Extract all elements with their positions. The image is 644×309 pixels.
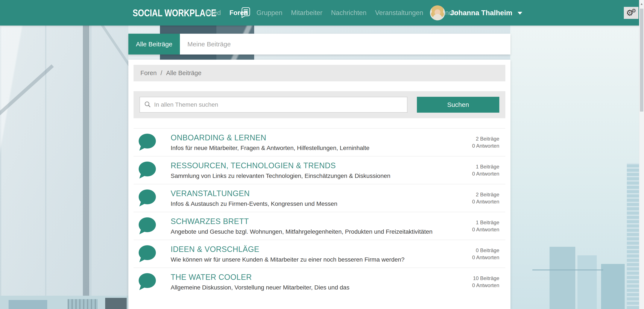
forum-row[interactable]: SCHWARZES BRETT Angebote und Gesuche bzg… (134, 212, 505, 240)
answers-count: 0 Antworten (472, 226, 499, 233)
settings-button[interactable]: ⚙⚙ (624, 7, 638, 19)
posts-count: 1 Beiträge (472, 219, 499, 226)
forum-row[interactable]: THE WATER COOLER Allgemeine Diskussion, … (134, 268, 505, 296)
forum-counts: 1 Beiträge 0 Antworten (472, 163, 505, 177)
posts-count: 10 Beiträge (472, 275, 499, 282)
search-input[interactable] (154, 101, 403, 108)
forum-text: ONBOARDING & LERNEN Infos für neue Mitar… (171, 133, 370, 152)
forum-list: ONBOARDING & LERNEN Infos für neue Mitar… (134, 128, 505, 296)
bg-glass-facade (0, 26, 128, 309)
bg-building (68, 299, 98, 309)
bg-building (105, 298, 127, 309)
answers-count: 0 Antworten (472, 198, 499, 205)
forum-row[interactable]: IDEEN & VORSCHLÄGE Wie können wir für un… (134, 240, 505, 268)
answers-count: 0 Antworten (472, 170, 499, 177)
nav-item-mitarbeiter[interactable]: Mitarbeiter (291, 9, 322, 17)
speech-bubble-icon (138, 161, 156, 179)
breadcrumb-separator: / (160, 70, 162, 76)
forum-title-link[interactable]: VERANSTALTUNGEN (171, 189, 338, 198)
tab-bar: Alle Beiträge Meine Beiträge (128, 34, 510, 54)
tab-alle-beitraege[interactable]: Alle Beiträge (128, 34, 180, 54)
nav-item-feed[interactable]: Feed (206, 9, 221, 17)
breadcrumb-current: Alle Beiträge (166, 70, 201, 76)
forum-description: Wie können wir für unsere Kunden & Mitar… (171, 256, 404, 263)
nav-item-foren[interactable]: Foren (230, 9, 248, 17)
nav-item-nachrichten[interactable]: Nachrichten (331, 9, 366, 17)
scroll-up-icon[interactable]: ▲ (639, 0, 644, 7)
forum-counts: 2 Beiträge 0 Antworten (472, 191, 505, 205)
user-name: Johanna Thalheim (450, 9, 512, 17)
app-logo-text: SOCIAL WORKPLACE (133, 7, 216, 19)
forum-text: VERANSTALTUNGEN Infos & Austausch zu Fir… (171, 189, 338, 207)
nav-item-veranstaltungen[interactable]: Veranstaltungen (375, 9, 423, 17)
forum-text: SCHWARZES BRETT Angebote und Gesuche bzg… (171, 217, 432, 235)
user-menu[interactable]: Johanna Thalheim (430, 0, 522, 26)
forum-description: Infos für neue Mitarbeiter, Fragen & Ant… (171, 145, 370, 152)
breadcrumb: Foren / Alle Beiträge (134, 65, 505, 81)
posts-count: 1 Beiträge (472, 163, 499, 170)
posts-count: 2 Beiträge (472, 135, 499, 142)
speech-bubble-icon (138, 273, 156, 290)
answers-count: 0 Antworten (472, 282, 499, 289)
forum-text: THE WATER COOLER Allgemeine Diskussion, … (171, 273, 350, 291)
posts-count: 2 Beiträge (472, 191, 499, 198)
forum-description: Infos & Austausch zu Firmen-Events, Kong… (171, 200, 338, 207)
bg-bridge (532, 270, 603, 270)
forum-description: Sammlung von Links zu relevanten Technol… (171, 172, 390, 180)
forum-row[interactable]: ONBOARDING & LERNEN Infos für neue Mitar… (134, 128, 505, 156)
forum-title-link[interactable]: RESSOURCEN, TECHNOLOGIEN & TRENDS (171, 161, 390, 170)
forum-description: Allgemeine Diskussion, Vorstellung neuer… (171, 284, 350, 291)
forum-counts: 0 Beiträge 0 Antworten (472, 247, 505, 261)
forum-text: IDEEN & VORSCHLÄGE Wie können wir für un… (171, 245, 404, 263)
search-button[interactable]: Suchen (417, 97, 499, 113)
breadcrumb-forum-link[interactable]: Foren (140, 70, 157, 76)
speech-bubble-icon (138, 245, 156, 263)
speech-bubble-icon (138, 134, 156, 151)
speech-bubble-icon (138, 189, 156, 207)
forum-counts: 10 Beiträge 0 Antworten (472, 275, 505, 289)
avatar[interactable] (430, 5, 445, 20)
search-icon (144, 101, 151, 109)
forum-title-link[interactable]: SCHWARZES BRETT (171, 217, 432, 226)
cogs-icon: ⚙⚙ (626, 9, 636, 17)
forum-counts: 1 Beiträge 0 Antworten (472, 219, 505, 233)
forum-title-link[interactable]: THE WATER COOLER (171, 273, 350, 282)
tab-meine-beitraege[interactable]: Meine Beiträge (180, 34, 238, 54)
forum-description: Angebote und Gesuche bzgl. Wohnungen, Mi… (171, 228, 432, 235)
forum-row[interactable]: VERANSTALTUNGEN Infos & Austausch zu Fir… (134, 184, 505, 212)
app-header: SOCIAL WORKPLACE Feed Foren Gruppen Mita… (0, 0, 644, 26)
answers-count: 0 Antworten (472, 254, 499, 261)
answers-count: 0 Antworten (472, 142, 499, 149)
bg-building (578, 255, 597, 309)
forum-card: Foren / Alle Beiträge Suchen ONBOARDING … (128, 60, 510, 309)
search-box (140, 97, 408, 113)
forum-row[interactable]: RESSOURCEN, TECHNOLOGIEN & TRENDS Sammlu… (134, 156, 505, 184)
posts-count: 0 Beiträge (472, 247, 499, 254)
nav-item-gruppen[interactable]: Gruppen (256, 9, 282, 17)
main-nav: Feed Foren Gruppen Mitarbeiter Nachricht… (206, 0, 458, 26)
forum-text: RESSOURCEN, TECHNOLOGIEN & TRENDS Sammlu… (171, 161, 390, 180)
bg-building (8, 300, 47, 309)
forum-title-link[interactable]: ONBOARDING & LERNEN (171, 133, 370, 142)
scrollbar[interactable]: ▲ (639, 0, 644, 309)
speech-bubble-icon (138, 217, 156, 235)
forum-counts: 2 Beiträge 0 Antworten (472, 135, 505, 149)
bg-building (601, 264, 625, 309)
search-panel: Suchen (134, 91, 505, 118)
bg-shape (83, 26, 89, 309)
bg-building (550, 247, 575, 309)
caret-down-icon (518, 12, 522, 14)
forum-title-link[interactable]: IDEEN & VORSCHLÄGE (171, 245, 404, 254)
scrollbar-thumb[interactable] (640, 8, 643, 112)
